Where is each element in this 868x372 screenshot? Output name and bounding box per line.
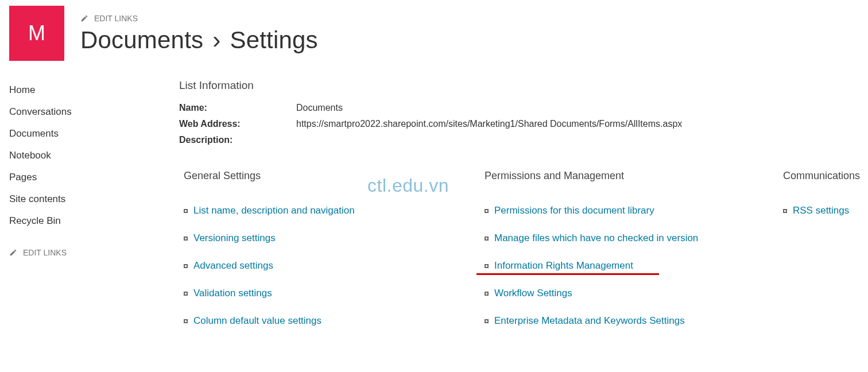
bullet-icon [485,237,489,241]
breadcrumb-documents[interactable]: Documents [80,26,203,54]
nav-recycle-bin[interactable]: Recycle Bin [9,210,115,232]
breadcrumb: Documents › Settings [80,26,318,54]
link-rss-settings[interactable]: RSS settings [793,205,849,216]
nav-notebook[interactable]: Notebook [9,145,115,166]
link-column-default-value[interactable]: Column default value settings [193,315,321,327]
bullet-icon [783,209,787,213]
list-info-heading: List Information [179,79,868,92]
link-permissions-library[interactable]: Permissions for this document library [494,205,654,216]
highlight-underline [476,273,659,275]
info-webaddress-label: Web Address: [179,119,296,129]
left-nav: Home Conversations Documents Notebook Pa… [0,72,115,258]
bullet-icon [184,292,188,296]
info-name-value: Documents [296,103,343,113]
link-information-rights-management[interactable]: Information Rights Management [494,260,633,272]
site-logo[interactable]: M [9,6,64,61]
breadcrumb-settings: Settings [230,26,317,54]
pencil-icon [80,14,88,22]
bullet-icon [184,209,188,213]
pencil-icon [9,249,17,257]
edit-links-bottom-label: EDIT LINKS [23,248,67,257]
bullet-icon [184,319,188,323]
nav-conversations[interactable]: Conversations [9,101,115,123]
link-versioning-settings[interactable]: Versioning settings [193,232,276,244]
permissions-management-heading: Permissions and Management [480,170,778,182]
link-validation-settings[interactable]: Validation settings [193,288,272,299]
nav-home[interactable]: Home [9,79,115,101]
bullet-icon [485,209,489,213]
nav-documents[interactable]: Documents [9,123,115,145]
edit-links-top-label: EDIT LINKS [94,14,138,23]
general-settings-heading: General Settings [179,170,480,182]
link-enterprise-metadata[interactable]: Enterprise Metadata and Keywords Setting… [494,315,685,327]
bullet-icon [184,237,188,241]
communications-column: Communications RSS settings [778,170,868,343]
bullet-icon [485,292,489,296]
nav-site-contents[interactable]: Site contents [9,188,115,210]
bullet-icon [485,319,489,323]
permissions-management-column: Permissions and Management Permissions f… [480,170,778,343]
nav-pages[interactable]: Pages [9,166,115,188]
info-webaddress-value: https://smartpro2022.sharepoint.com/site… [296,119,682,129]
info-name-label: Name: [179,103,296,113]
breadcrumb-separator-icon: › [212,26,220,54]
edit-links-top[interactable]: EDIT LINKS [80,14,138,23]
content-area: List Information Name: Documents Web Add… [115,72,868,343]
link-workflow-settings[interactable]: Workflow Settings [494,288,572,299]
edit-links-bottom[interactable]: EDIT LINKS [9,248,67,257]
communications-heading: Communications [778,170,868,182]
bullet-icon [485,264,489,268]
bullet-icon [184,264,188,268]
link-advanced-settings[interactable]: Advanced settings [193,260,273,272]
info-description-label: Description: [179,135,296,145]
link-list-name-description[interactable]: List name, description and navigation [193,205,355,216]
general-settings-column: General Settings List name, description … [179,170,480,343]
link-manage-files-no-checkin[interactable]: Manage files which have no checked in ve… [494,232,698,244]
